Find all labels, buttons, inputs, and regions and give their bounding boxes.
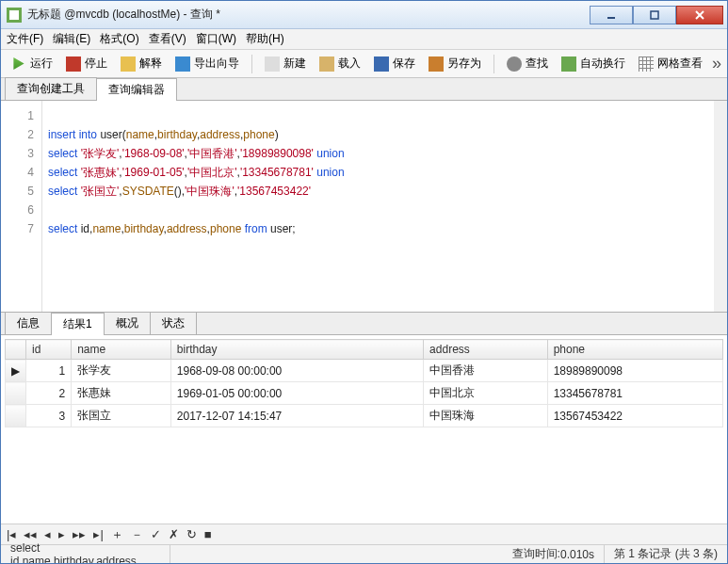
menu-format[interactable]: 格式(O): [100, 31, 138, 47]
tab-profile[interactable]: 概况: [104, 312, 151, 334]
nav-first-button[interactable]: |◂: [7, 527, 16, 541]
nav-next-button[interactable]: ▸: [58, 527, 65, 541]
stop-label: 停止: [85, 56, 107, 72]
save-as-button[interactable]: 另存为: [424, 53, 486, 74]
table-row[interactable]: 3张国立2017-12-07 14:15:47中国珠海13567453422: [6, 405, 723, 427]
grid-view-button[interactable]: 网格查看: [634, 53, 707, 74]
sql-editor[interactable]: 1234567 insert into user(name,birthday,a…: [1, 101, 727, 313]
close-button[interactable]: [676, 6, 723, 24]
nav-prev-button[interactable]: ◂: [44, 527, 51, 541]
cell[interactable]: 13345678781: [547, 382, 722, 405]
editor-tabs: 查询创建工具 查询编辑器: [1, 78, 727, 101]
nav-last-button[interactable]: ▸|: [93, 527, 103, 541]
minimize-button[interactable]: [590, 6, 633, 24]
run-label: 运行: [30, 56, 53, 72]
menu-window[interactable]: 窗口(W): [196, 31, 236, 47]
nav-cancel-button[interactable]: ✗: [169, 527, 179, 541]
gridview-label: 网格查看: [657, 56, 703, 72]
result-grid-wrap[interactable]: idnamebirthdayaddressphone▶1张学友1968-09-0…: [1, 335, 727, 524]
column-header[interactable]: id: [26, 340, 72, 360]
new-icon: [265, 56, 280, 72]
results-pane: idnamebirthdayaddressphone▶1张学友1968-09-0…: [1, 335, 727, 544]
cell[interactable]: 1968-09-08 00:00:00: [170, 360, 423, 382]
tab-query-editor[interactable]: 查询编辑器: [96, 78, 177, 101]
save-icon: [374, 56, 389, 72]
status-query-time: 查询时间: 0.010s: [503, 545, 605, 563]
column-header[interactable]: name: [72, 340, 171, 360]
status-sql: select id,name,birthday,address: [1, 545, 170, 563]
column-header[interactable]: phone: [547, 340, 722, 360]
search-icon: [507, 56, 522, 72]
cell[interactable]: 1: [26, 360, 72, 382]
load-label: 载入: [338, 56, 361, 72]
cell[interactable]: 2017-12-07 14:15:47: [170, 405, 423, 427]
cell[interactable]: 2: [26, 382, 72, 405]
stop-icon: [66, 56, 81, 72]
cell[interactable]: 中国北京: [424, 382, 548, 405]
explain-button[interactable]: 解释: [116, 53, 167, 74]
menu-bar: 文件(F) 编辑(E) 格式(O) 查看(V) 窗口(W) 帮助(H): [1, 29, 727, 50]
explain-icon: [121, 56, 136, 72]
code-area[interactable]: insert into user(name,birthday,address,p…: [42, 101, 727, 312]
cell[interactable]: 1969-01-05 00:00:00: [170, 382, 423, 405]
table-row[interactable]: ▶1张学友1968-09-08 00:00:00中国香港18989890098: [6, 360, 723, 382]
menu-view[interactable]: 查看(V): [149, 31, 186, 47]
maximize-button[interactable]: [633, 6, 676, 24]
row-indicator: [6, 382, 26, 405]
nav-commit-button[interactable]: ✓: [151, 527, 161, 541]
app-icon: [7, 8, 22, 23]
row-indicator-header: [6, 340, 26, 360]
run-button[interactable]: 运行: [7, 53, 57, 74]
explain-label: 解释: [139, 56, 162, 72]
export-wizard-button[interactable]: 导出向导: [170, 53, 244, 74]
menu-file[interactable]: 文件(F): [7, 31, 43, 47]
tab-status[interactable]: 状态: [150, 312, 197, 334]
status-bar: select id,name,birthday,address 查询时间: 0.…: [1, 544, 727, 563]
load-button[interactable]: 载入: [315, 53, 365, 74]
grid-icon: [639, 56, 654, 72]
cell[interactable]: 13567453422: [547, 405, 722, 427]
toolbar-separator: [251, 55, 252, 73]
find-label: 查找: [526, 56, 548, 72]
stop-button[interactable]: 停止: [61, 53, 112, 74]
cell[interactable]: 张惠妹: [72, 382, 171, 405]
save-button[interactable]: 保存: [369, 53, 420, 74]
wizard-icon: [175, 56, 190, 72]
wrap-button[interactable]: 自动换行: [557, 53, 630, 74]
window-title: 无标题 @mvcdb (localhostMe) - 查询 *: [27, 7, 590, 23]
toolbar-overflow-icon[interactable]: »: [712, 54, 721, 73]
tab-query-builder[interactable]: 查询创建工具: [5, 77, 97, 100]
nav-refresh-button[interactable]: ↻: [186, 527, 197, 541]
load-icon: [319, 56, 334, 72]
cell[interactable]: 3: [26, 405, 72, 427]
cell[interactable]: 中国珠海: [424, 405, 548, 427]
menu-edit[interactable]: 编辑(E): [53, 31, 90, 47]
nav-stop-button[interactable]: ■: [204, 527, 212, 541]
wrap-label: 自动换行: [580, 56, 625, 72]
nav-prev-page-button[interactable]: ◂◂: [24, 527, 37, 541]
cell[interactable]: 18989890098: [547, 360, 722, 382]
tab-info[interactable]: 信息: [5, 312, 52, 334]
column-header[interactable]: address: [424, 340, 548, 360]
status-record: 第 1 条记录 (共 3 条): [605, 545, 727, 563]
tab-result1[interactable]: 结果1: [51, 313, 105, 335]
title-bar: 无标题 @mvcdb (localhostMe) - 查询 *: [1, 1, 727, 29]
new-button[interactable]: 新建: [260, 53, 311, 74]
cell[interactable]: 张国立: [72, 405, 171, 427]
toolbar: 运行 停止 解释 导出向导 新建 载入 保存 另存为 查找 自动换行 网格查看 …: [1, 50, 727, 78]
toolbar-separator: [493, 55, 494, 73]
table-row[interactable]: 2张惠妹1969-01-05 00:00:00中国北京13345678781: [6, 382, 723, 405]
row-indicator: [6, 405, 26, 427]
result-grid[interactable]: idnamebirthdayaddressphone▶1张学友1968-09-0…: [5, 339, 723, 427]
new-label: 新建: [283, 56, 306, 72]
find-button[interactable]: 查找: [502, 53, 553, 74]
cell[interactable]: 张学友: [72, 360, 171, 382]
nav-next-page-button[interactable]: ▸▸: [73, 527, 86, 541]
play-icon: [11, 56, 26, 72]
column-header[interactable]: birthday: [170, 340, 423, 360]
menu-help[interactable]: 帮助(H): [246, 31, 284, 47]
save-label: 保存: [393, 56, 415, 72]
window-controls: [590, 6, 723, 24]
line-gutter: 1234567: [1, 101, 42, 312]
cell[interactable]: 中国香港: [424, 360, 548, 382]
